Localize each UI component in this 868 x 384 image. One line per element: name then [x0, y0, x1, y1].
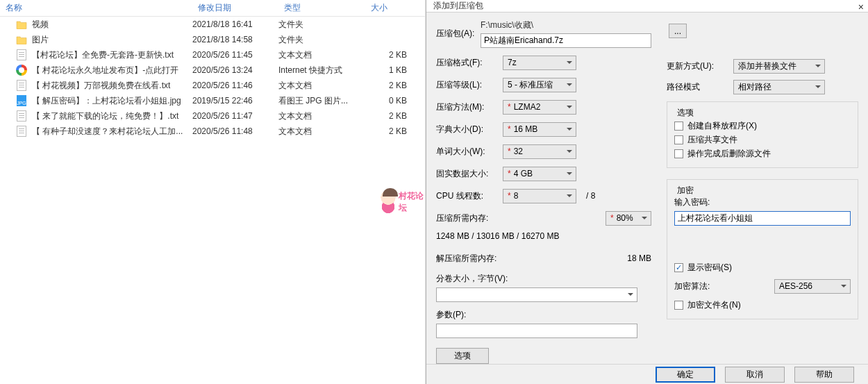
params-input[interactable] [436, 324, 637, 338]
threads-combo[interactable]: 8 [503, 189, 576, 203]
watermark: 村花论坛 [381, 190, 425, 214]
dialog-footer: 确定 取消 帮助 [426, 364, 868, 384]
path-display: F:\music\收藏\ [481, 19, 651, 31]
file-name: 【村花论坛】全免费-无套路-更新快.txt [32, 49, 192, 61]
format-combo[interactable]: 7z [503, 56, 576, 70]
file-size: 2 KB [365, 50, 407, 60]
list-item[interactable]: 【 有种子却没速度？来村花论坛人工加...2020/5/26 11:48文本文档… [0, 124, 425, 139]
mem-compress-value: 1248 MB / 13016 MB / 16270 MB [436, 231, 559, 241]
file-date: 2020/5/26 11:48 [192, 126, 278, 136]
file-list: 视频2021/8/18 16:41文件夹图片2021/8/18 14:58文件夹… [0, 17, 425, 384]
file-size: 2 KB [365, 126, 407, 136]
file-date: 2020/5/26 13:24 [192, 65, 278, 75]
update-combo[interactable]: 添加并替换文件 [733, 59, 825, 74]
word-combo[interactable]: 32 [503, 144, 576, 159]
mem-compress-label: 压缩所需内存: [436, 212, 488, 224]
method-label: 压缩方法(M): [436, 101, 497, 113]
mem-decompress-value: 18 MB [627, 253, 651, 263]
show-password-checkbox[interactable] [674, 263, 683, 272]
col-size[interactable]: 大小 [365, 2, 421, 14]
sfx-label: 创建自释放程序(X) [687, 120, 757, 132]
list-item[interactable]: 【村花论坛】全免费-无套路-更新快.txt2020/5/26 11:45文本文档… [0, 47, 425, 62]
file-type: 文件夹 [278, 19, 365, 31]
file-name: 图片 [32, 34, 192, 46]
close-icon[interactable]: × [858, 1, 864, 12]
archive-label: 压缩包(A): [436, 28, 475, 40]
split-combo[interactable] [436, 287, 637, 302]
solid-combo[interactable]: 4 GB [503, 167, 576, 181]
options-button[interactable]: 选项 [436, 348, 489, 364]
show-password-label: 显示密码(S) [687, 262, 732, 274]
dialog-title-bar: 添加到压缩包 × [426, 0, 868, 12]
file-type: 文本文档 [278, 80, 365, 92]
browse-button[interactable]: ... [669, 24, 687, 38]
folder-icon [15, 18, 28, 31]
list-item[interactable]: 图片2021/8/18 14:58文件夹 [0, 32, 425, 47]
file-name: 【 有种子却没速度？来村花论坛人工加... [32, 126, 192, 137]
enc-method-combo[interactable]: AES-256 [774, 279, 851, 294]
shared-checkbox[interactable] [674, 135, 683, 144]
file-name: 【 村花论坛永久地址发布页】-点此打开 [32, 65, 192, 76]
enc-names-label: 加密文件名(N) [687, 299, 741, 311]
file-explorer: 名称 修改日期 类型 大小 视频2021/8/18 16:41文件夹图片2021… [0, 0, 426, 384]
file-type: Internet 快捷方式 [278, 65, 365, 76]
txt-icon [15, 49, 28, 61]
level-combo[interactable]: 5 - 标准压缩 [503, 78, 576, 92]
file-type: 看图王 JPG 图片... [278, 95, 365, 107]
password-input[interactable]: 上村花论坛看小姐姐 [674, 211, 851, 226]
archive-file-input[interactable]: P站越南Ericahand.7z [481, 33, 651, 48]
delete-label: 操作完成后删除源文件 [687, 148, 771, 160]
update-label: 更新方式(U): [667, 60, 728, 72]
sfx-checkbox[interactable] [674, 122, 683, 131]
encrypt-legend: 加密 [674, 185, 696, 197]
mem-decompress-label: 解压缩所需内存: [436, 253, 496, 265]
list-item[interactable]: 视频2021/8/18 16:41文件夹 [0, 17, 425, 32]
txt-icon [15, 110, 28, 122]
dict-label: 字典大小(D): [436, 124, 497, 135]
col-date[interactable]: 修改日期 [192, 2, 278, 14]
pwd-label: 输入密码: [674, 197, 851, 208]
file-size: 1 KB [365, 65, 407, 75]
pathmode-label: 路径模式 [667, 81, 728, 93]
archive-path-row: 压缩包(A): F:\music\收藏\ P站越南Ericahand.7z [436, 19, 651, 48]
list-item[interactable]: JPG【 解压密码】：上村花论坛看小姐姐.jpg2019/5/15 22:46看… [0, 93, 425, 108]
file-name: 【 村花视频】万部视频免费在线看.txt [32, 80, 192, 92]
file-name: 视频 [32, 19, 192, 31]
file-date: 2020/5/26 11:47 [192, 111, 278, 121]
enc-method-label: 加密算法: [674, 281, 710, 292]
file-type: 文本文档 [278, 49, 365, 61]
jpg-icon: JPG [15, 94, 28, 107]
file-date: 2020/5/26 11:46 [192, 81, 278, 90]
col-name[interactable]: 名称 [0, 2, 192, 14]
ok-button[interactable]: 确定 [656, 367, 715, 383]
file-date: 2020/5/26 11:45 [192, 50, 278, 60]
list-item[interactable]: 【 来了就能下载的论坛，纯免费！】.txt2020/5/26 11:47文本文档… [0, 108, 425, 124]
file-type: 文本文档 [278, 126, 365, 137]
file-type: 文本文档 [278, 110, 365, 122]
list-item[interactable]: 【 村花论坛永久地址发布页】-点此打开2020/5/26 13:24Intern… [0, 62, 425, 78]
shared-label: 压缩共享文件 [687, 134, 737, 146]
help-button[interactable]: 帮助 [794, 367, 854, 383]
file-date: 2019/5/15 22:46 [192, 96, 278, 106]
file-date: 2021/8/18 16:41 [192, 19, 278, 29]
params-label: 参数(P): [436, 309, 651, 321]
threads-label: CPU 线程数: [436, 190, 497, 202]
left-column: 压缩包(A): F:\music\收藏\ P站越南Ericahand.7z 压缩… [436, 19, 651, 364]
enc-names-checkbox[interactable] [674, 301, 683, 310]
dict-combo[interactable]: 16 MB [503, 122, 576, 137]
folder-icon [15, 33, 28, 46]
split-label: 分卷大小，字节(V): [436, 273, 651, 285]
options-fieldset: 选项 创建自释放程序(X) 压缩共享文件 操作完成后删除源文件 [667, 101, 858, 168]
pathmode-combo[interactable]: 相对路径 [733, 80, 825, 94]
cancel-button[interactable]: 取消 [725, 367, 785, 383]
txt-icon [15, 79, 28, 92]
list-item[interactable]: 【 村花视频】万部视频免费在线看.txt2020/5/26 11:46文本文档2… [0, 78, 425, 93]
delete-checkbox[interactable] [674, 149, 683, 158]
dialog-title: 添加到压缩包 [433, 0, 483, 12]
file-type: 文件夹 [278, 34, 365, 46]
mem-pct-combo[interactable]: 80% [606, 211, 651, 226]
format-label: 压缩格式(F): [436, 57, 497, 69]
method-combo[interactable]: LZMA2 [503, 100, 576, 115]
txt-icon [15, 125, 28, 137]
col-type[interactable]: 类型 [278, 2, 365, 14]
